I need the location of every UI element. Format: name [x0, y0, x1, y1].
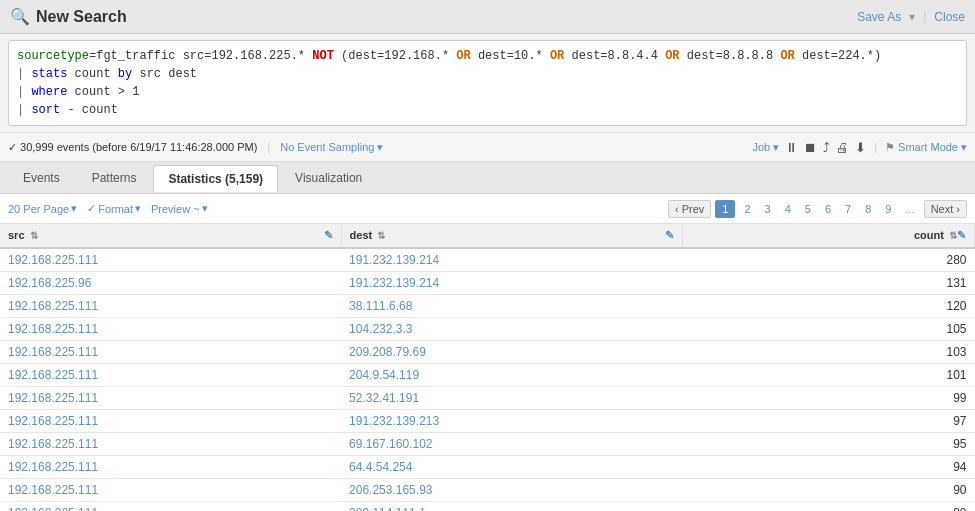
events-status: ✓ 30,999 events (before 6/19/17 11:46:28… — [8, 141, 257, 154]
page-2-btn[interactable]: 2 — [739, 201, 755, 217]
cell-count: 95 — [682, 433, 974, 456]
toolbar-row: ✓ 30,999 events (before 6/19/17 11:46:28… — [0, 132, 975, 162]
cell-dest[interactable]: 206.253.165.93 — [341, 479, 682, 502]
format-btn[interactable]: ✓ Format ▾ — [87, 202, 141, 215]
sub-toolbar: 20 Per Page ▾ ✓ Format ▾ Preview ~ ▾ ‹ P… — [0, 194, 975, 224]
cell-src[interactable]: 192.168.225.96 — [0, 272, 341, 295]
tab-events[interactable]: Events — [8, 164, 75, 191]
toolbar-right: Job ▾ ⏸ ⏹ ⤴ 🖨 ⬇ | ⚑ Smart Mode ▾ — [752, 140, 967, 155]
cell-src[interactable]: 192.168.225.111 — [0, 502, 341, 512]
page-1-btn[interactable]: 1 — [715, 200, 735, 218]
header-left: 🔍 New Search — [10, 7, 127, 26]
cell-src[interactable]: 192.168.225.111 — [0, 479, 341, 502]
table-body: 192.168.225.111 191.232.139.214 280 192.… — [0, 248, 975, 511]
export-btn[interactable]: ⬇ — [855, 140, 866, 155]
query-line-2: | stats count by src dest — [17, 65, 958, 83]
cell-dest[interactable]: 52.32.41.191 — [341, 387, 682, 410]
cell-dest[interactable]: 209.114.111.1 — [341, 502, 682, 512]
smart-mode-btn[interactable]: ⚑ Smart Mode ▾ — [885, 141, 967, 154]
cell-src[interactable]: 192.168.225.111 — [0, 410, 341, 433]
page-7-btn[interactable]: 7 — [840, 201, 856, 217]
sub-toolbar-left: 20 Per Page ▾ ✓ Format ▾ Preview ~ ▾ — [8, 202, 208, 215]
cell-dest[interactable]: 64.4.54.254 — [341, 456, 682, 479]
table-row: 192.168.225.111 209.208.79.69 103 — [0, 341, 975, 364]
cell-src[interactable]: 192.168.225.111 — [0, 456, 341, 479]
cell-src[interactable]: 192.168.225.111 — [0, 248, 341, 272]
cell-src[interactable]: 192.168.225.111 — [0, 341, 341, 364]
col-header-src: src ⇅ ✎ — [0, 224, 341, 248]
page-4-btn[interactable]: 4 — [780, 201, 796, 217]
cell-dest[interactable]: 38.111.6.68 — [341, 295, 682, 318]
cell-count: 97 — [682, 410, 974, 433]
search-area: sourcetype=fgt_traffic src=192.168.225.*… — [8, 40, 967, 126]
preview-btn[interactable]: Preview ~ ▾ — [151, 202, 208, 215]
table-row: 192.168.225.111 64.4.54.254 94 — [0, 456, 975, 479]
table-row: 192.168.225.111 191.232.139.214 280 — [0, 248, 975, 272]
per-page-btn[interactable]: 20 Per Page ▾ — [8, 202, 77, 215]
src-sort-icon[interactable]: ⇅ — [30, 230, 38, 241]
table-row: 192.168.225.111 191.232.139.213 97 — [0, 410, 975, 433]
count-sort-icon[interactable]: ⇅ — [949, 230, 957, 241]
close-button[interactable]: Close — [934, 10, 965, 24]
share-btn[interactable]: ⤴ — [823, 140, 830, 155]
cell-count: 120 — [682, 295, 974, 318]
table-row: 192.168.225.111 204.9.54.119 101 — [0, 364, 975, 387]
query-line-3: | where count > 1 — [17, 83, 958, 101]
stop-btn[interactable]: ⏹ — [804, 140, 817, 155]
table-row: 192.168.225.111 209.114.111.1 89 — [0, 502, 975, 512]
save-as-button[interactable]: Save As — [857, 10, 901, 24]
table-row: 192.168.225.111 104.232.3.3 105 — [0, 318, 975, 341]
cell-src[interactable]: 192.168.225.111 — [0, 318, 341, 341]
cell-src[interactable]: 192.168.225.111 — [0, 295, 341, 318]
next-page-btn[interactable]: Next › — [924, 200, 967, 218]
header-right: Save As ▾ | Close — [857, 10, 965, 24]
table-row: 192.168.225.96 191.232.139.214 131 — [0, 272, 975, 295]
table-row: 192.168.225.111 69.167.160.102 95 — [0, 433, 975, 456]
dest-edit-icon[interactable]: ✎ — [665, 229, 674, 242]
print-btn[interactable]: 🖨 — [836, 140, 849, 155]
cell-count: 131 — [682, 272, 974, 295]
count-edit-icon[interactable]: ✎ — [957, 229, 966, 242]
dest-sort-icon[interactable]: ⇅ — [377, 230, 385, 241]
cell-src[interactable]: 192.168.225.111 — [0, 433, 341, 456]
col-header-count: count ⇅ ✎ — [682, 224, 974, 248]
page-ellipsis: ... — [900, 201, 919, 217]
no-sampling-btn[interactable]: No Event Sampling ▾ — [280, 141, 383, 154]
pagination: ‹ Prev 1 2 3 4 5 6 7 8 9 ... Next › — [668, 200, 967, 218]
page-5-btn[interactable]: 5 — [800, 201, 816, 217]
cell-count: 105 — [682, 318, 974, 341]
cell-dest[interactable]: 191.232.139.214 — [341, 248, 682, 272]
job-btn[interactable]: Job ▾ — [752, 141, 779, 154]
results-table: src ⇅ ✎ dest ⇅ ✎ count ⇅ ✎ 192.168.225.1… — [0, 224, 975, 511]
src-edit-icon[interactable]: ✎ — [324, 229, 333, 242]
cell-dest[interactable]: 69.167.160.102 — [341, 433, 682, 456]
cell-count: 103 — [682, 341, 974, 364]
cell-dest[interactable]: 191.232.139.213 — [341, 410, 682, 433]
header: 🔍 New Search Save As ▾ | Close — [0, 0, 975, 34]
tab-patterns[interactable]: Patterns — [77, 164, 152, 191]
query-line-1: sourcetype=fgt_traffic src=192.168.225.*… — [17, 47, 958, 65]
tab-visualization[interactable]: Visualization — [280, 164, 377, 191]
page-9-btn[interactable]: 9 — [880, 201, 896, 217]
table-row: 192.168.225.111 38.111.6.68 120 — [0, 295, 975, 318]
cell-dest[interactable]: 104.232.3.3 — [341, 318, 682, 341]
tab-statistics[interactable]: Statistics (5,159) — [153, 165, 278, 192]
search-query[interactable]: sourcetype=fgt_traffic src=192.168.225.*… — [17, 47, 958, 119]
table-header-row: src ⇅ ✎ dest ⇅ ✎ count ⇅ ✎ — [0, 224, 975, 248]
page-6-btn[interactable]: 6 — [820, 201, 836, 217]
query-line-4: | sort - count — [17, 101, 958, 119]
cell-dest[interactable]: 209.208.79.69 — [341, 341, 682, 364]
page-3-btn[interactable]: 3 — [760, 201, 776, 217]
cell-dest[interactable]: 204.9.54.119 — [341, 364, 682, 387]
table-row: 192.168.225.111 52.32.41.191 99 — [0, 387, 975, 410]
cell-src[interactable]: 192.168.225.111 — [0, 387, 341, 410]
cell-src[interactable]: 192.168.225.111 — [0, 364, 341, 387]
cell-dest[interactable]: 191.232.139.214 — [341, 272, 682, 295]
prev-page-btn[interactable]: ‹ Prev — [668, 200, 711, 218]
cell-count: 99 — [682, 387, 974, 410]
cell-count: 89 — [682, 502, 974, 512]
pause-btn[interactable]: ⏸ — [785, 140, 798, 155]
cell-count: 280 — [682, 248, 974, 272]
cell-count: 101 — [682, 364, 974, 387]
page-8-btn[interactable]: 8 — [860, 201, 876, 217]
